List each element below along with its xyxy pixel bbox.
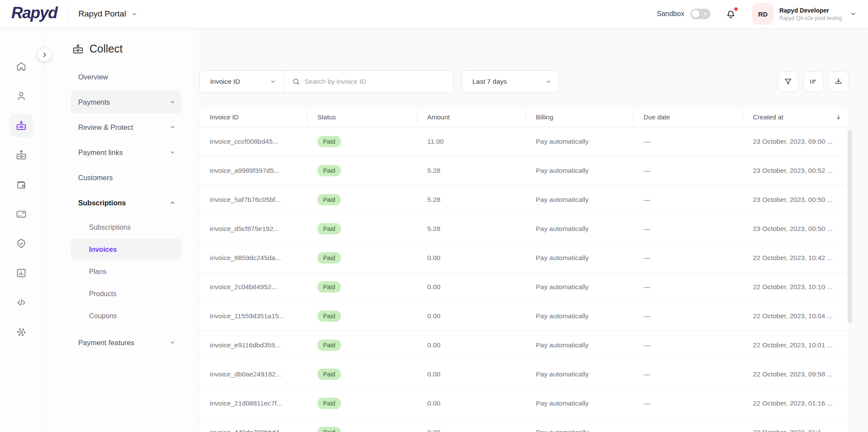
cell-created-at: 22 October, 2023, 10:04 ...	[743, 312, 849, 320]
toggle-knob	[692, 10, 700, 18]
search-group: Invoice ID	[199, 70, 454, 93]
main-content: Invoice ID Last 7 days	[193, 28, 868, 432]
nav-collect[interactable]	[10, 114, 33, 137]
status-badge: Paid	[317, 427, 341, 432]
sandbox-toggle[interactable]: x	[690, 9, 710, 19]
chevron-down-icon	[131, 11, 138, 17]
nav-rail	[0, 28, 43, 432]
sidebar-item-customers[interactable]: Customers	[71, 166, 182, 189]
cell-amount: 5.28	[417, 167, 525, 175]
nav-home[interactable]	[10, 55, 33, 78]
search-input[interactable]	[300, 78, 453, 86]
table-row[interactable]: invoice_e9116dbd355... Paid 0.00 Pay aut…	[199, 331, 849, 360]
sandbox-label: Sandbox	[657, 10, 684, 18]
table-row[interactable]: invoice_cccf008bd45... Paid 11.00 Pay au…	[199, 127, 849, 156]
app-root: Rapyd Rapyd Portal Sandbox x RD Rapyd De…	[0, 0, 868, 432]
table-row[interactable]: invoice_21d08811ec7f... Paid 0.00 Pay au…	[199, 389, 849, 418]
cell-amount: 5.28	[417, 225, 525, 233]
sidebar-subitem-products[interactable]: Products	[71, 283, 182, 305]
column-header-due-date: Due date	[633, 107, 743, 127]
portal-switcher[interactable]: Rapyd Portal	[79, 9, 138, 19]
chevron-up-icon	[169, 200, 175, 206]
table-row[interactable]: invoice_440de700bbd4... Paid 0.00 Pay au…	[199, 418, 849, 432]
cell-amount: 0.00	[417, 370, 525, 378]
nav-settings[interactable]	[10, 320, 33, 344]
cell-billing: Pay automatically	[525, 312, 633, 320]
sidebar-expand-button[interactable]	[37, 48, 51, 62]
nav-disburse[interactable]	[10, 143, 33, 167]
sidebar-item-payments[interactable]: Payments	[71, 90, 182, 114]
table-row[interactable]: invoice_a9989f397d5... Paid 5.28 Pay aut…	[199, 156, 849, 185]
sidebar-item-payment-features[interactable]: Payment features	[71, 331, 182, 354]
table-row[interactable]: invoice_2c04b84952... Paid 0.00 Pay auto…	[199, 273, 849, 302]
sidebar-subitem-coupons[interactable]: Coupons	[71, 305, 182, 327]
code-icon	[16, 297, 27, 308]
bar-chart-icon	[16, 267, 27, 279]
cell-billing: Pay automatically	[525, 254, 633, 262]
cell-invoice-id: invoice_cccf008bd45...	[199, 138, 307, 145]
chevron-down-icon	[169, 340, 175, 346]
cell-status: Paid	[307, 340, 417, 351]
table-scrollbar[interactable]	[848, 130, 852, 323]
cell-invoice-id: invoice_2c04b84952...	[199, 283, 307, 291]
table-row[interactable]: invoice_db0ae249182... Paid 0.00 Pay aut…	[199, 360, 849, 389]
search-category-value: Invoice ID	[210, 78, 270, 86]
table-row[interactable]: invoice_d5cf875e192... Paid 5.28 Pay aut…	[199, 214, 849, 244]
filter-button[interactable]	[778, 71, 799, 92]
cell-created-at: 22 October, 2023, 01:16 ...	[743, 399, 849, 407]
sidebar-item-overview[interactable]: Overview	[71, 65, 182, 89]
nav-developers[interactable]	[10, 291, 33, 314]
shield-check-icon	[16, 238, 27, 249]
cell-due-date: —	[633, 138, 743, 145]
avatar: RD	[752, 3, 774, 25]
date-range-select[interactable]: Last 7 days	[462, 70, 559, 93]
toolbar-actions	[778, 71, 849, 92]
nav-clients[interactable]	[10, 84, 33, 108]
cell-invoice-id: invoice_db0ae249182...	[199, 370, 307, 378]
cell-created-at: 23 October, 2023, 09:00 ...	[743, 138, 849, 145]
toolbar: Invoice ID Last 7 days	[199, 70, 849, 93]
cell-due-date: —	[633, 429, 743, 432]
cell-due-date: —	[633, 283, 743, 291]
user-menu[interactable]: RD Rapyd Developer Rapyd QA e2e prod tes…	[752, 3, 857, 25]
cell-due-date: —	[633, 370, 743, 378]
cell-billing: Pay automatically	[525, 283, 633, 291]
sidebar-subitem-invoices[interactable]: Invoices	[71, 238, 182, 261]
user-name: Rapyd Developer	[779, 7, 842, 14]
table-row[interactable]: invoice_5af7b76c05bf... Paid 5.28 Pay au…	[199, 185, 849, 214]
cell-status: Paid	[307, 165, 417, 176]
rapyd-logo: Rapyd	[11, 4, 57, 24]
status-badge: Paid	[317, 165, 341, 176]
nav-analytics[interactable]	[10, 261, 33, 285]
collect-sidebar: Collect Overview Payments Review & Prote…	[43, 28, 193, 432]
invoices-table: Invoice ID Status Amount Billing Due dat…	[199, 107, 849, 432]
sidebar-subitem-subscriptions[interactable]: Subscriptions	[71, 216, 182, 238]
cell-billing: Pay automatically	[525, 167, 633, 175]
gear-icon	[16, 326, 27, 338]
cell-invoice-id: invoice_8859dc245da...	[199, 254, 307, 262]
cell-due-date: —	[633, 312, 743, 320]
cell-amount: 0.00	[417, 254, 525, 262]
table-row[interactable]: invoice_11559d351a15... Paid 0.00 Pay au…	[199, 302, 849, 331]
notifications-button[interactable]	[725, 7, 738, 20]
cell-status: Paid	[307, 310, 417, 322]
sort-button[interactable]	[803, 71, 824, 92]
search-category-select[interactable]: Invoice ID	[200, 71, 284, 92]
sidebar-item-review-protect[interactable]: Review & Protect	[71, 115, 182, 139]
cell-amount: 0.00	[417, 429, 525, 432]
cell-status: Paid	[307, 252, 417, 264]
toggle-off-mark: x	[704, 10, 707, 18]
download-button[interactable]	[828, 71, 849, 92]
table-row[interactable]: invoice_8859dc245da... Paid 0.00 Pay aut…	[199, 244, 849, 273]
column-header-created-at[interactable]: Created at	[743, 107, 849, 127]
nav-card-issuing[interactable]	[10, 202, 33, 226]
status-badge: Paid	[317, 340, 341, 351]
sidebar-item-subscriptions[interactable]: Subscriptions	[71, 191, 182, 214]
status-badge: Paid	[317, 136, 341, 147]
nav-wallet[interactable]	[10, 173, 33, 196]
cell-billing: Pay automatically	[525, 196, 633, 204]
sidebar-subitem-plans[interactable]: Plans	[71, 261, 182, 283]
nav-verify[interactable]	[10, 232, 33, 255]
sidebar-item-payment-links[interactable]: Payment links	[71, 141, 182, 164]
sidebar-title-label: Collect	[89, 43, 122, 55]
